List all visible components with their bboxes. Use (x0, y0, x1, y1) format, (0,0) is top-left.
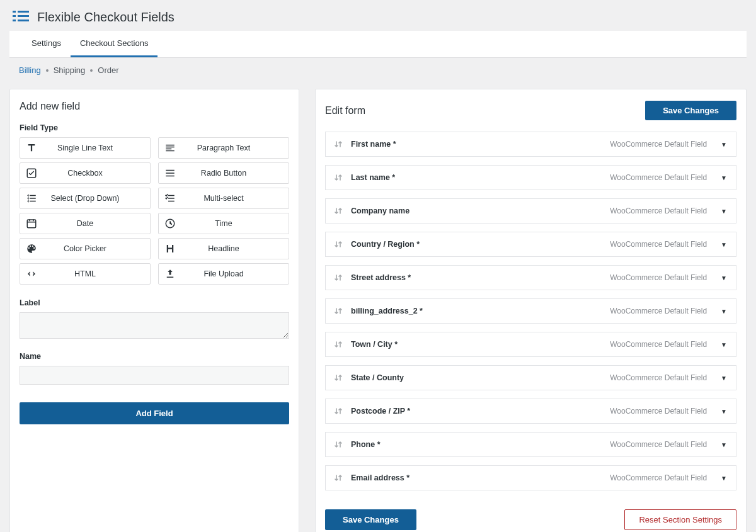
field-label: billing_address_2 * (351, 307, 610, 315)
field-row[interactable]: Street address *WooCommerce Default Fiel… (325, 265, 736, 290)
multiselect-icon (159, 193, 181, 204)
field-meta: WooCommerce Default Field (610, 340, 707, 349)
type-radio[interactable]: Radio Button (158, 162, 289, 184)
drag-handle-icon[interactable] (335, 307, 342, 315)
field-row[interactable]: Email address *WooCommerce Default Field… (325, 465, 736, 490)
type-label: Paragraph Text (181, 144, 289, 152)
field-row[interactable]: First name *WooCommerce Default Field▼ (325, 132, 736, 157)
chevron-down-icon[interactable]: ▼ (721, 375, 727, 382)
tab-settings[interactable]: Settings (22, 31, 71, 57)
type-checkbox[interactable]: Checkbox (20, 162, 151, 184)
chevron-down-icon[interactable]: ▼ (721, 208, 727, 215)
label-field-label: Label (20, 298, 289, 307)
field-label: Town / City * (351, 340, 610, 349)
subnav-separator (90, 69, 93, 72)
field-label: Email address * (351, 473, 610, 482)
checkbox-icon (20, 167, 43, 179)
field-type-label: Field Type (20, 123, 289, 132)
field-label: Phone * (351, 440, 610, 449)
reset-section-button[interactable]: Reset Section Settings (624, 509, 736, 530)
drag-handle-icon[interactable] (335, 207, 342, 215)
chevron-down-icon[interactable]: ▼ (721, 141, 727, 148)
drag-handle-icon[interactable] (335, 440, 342, 449)
drag-handle-icon[interactable] (335, 473, 342, 482)
add-field-title: Add new field (20, 101, 80, 112)
type-label: Radio Button (181, 169, 289, 178)
field-row[interactable]: Town / City *WooCommerce Default Field▼ (325, 332, 736, 357)
type-label: Headline (181, 244, 289, 253)
chevron-down-icon[interactable]: ▼ (721, 441, 727, 448)
type-multiselect[interactable]: Multi-select (158, 188, 289, 209)
name-field-label: Name (20, 352, 289, 361)
footer-actions: Save Changes Reset Section Settings (325, 509, 736, 530)
radio-icon (159, 167, 181, 179)
field-meta: WooCommerce Default Field (610, 373, 707, 382)
field-label: Country / Region * (351, 240, 610, 249)
save-button-top[interactable]: Save Changes (645, 101, 736, 120)
field-row[interactable]: State / CountyWooCommerce Default Field▼ (325, 365, 736, 390)
main-content: Add new field Field Type Single Line Tex… (0, 82, 756, 532)
drag-handle-icon[interactable] (335, 407, 342, 416)
type-paragraph[interactable]: Paragraph Text (158, 137, 289, 159)
chevron-down-icon[interactable]: ▼ (721, 241, 727, 248)
chevron-down-icon[interactable]: ▼ (721, 475, 727, 482)
date-icon (20, 218, 43, 229)
page-header: Flexible Checkout Fields (0, 0, 756, 31)
chevron-down-icon[interactable]: ▼ (721, 308, 727, 315)
type-headline[interactable]: Headline (158, 238, 289, 259)
type-time[interactable]: Time (158, 213, 289, 234)
name-input[interactable] (20, 366, 289, 385)
field-meta: WooCommerce Default Field (610, 273, 707, 282)
chevron-down-icon[interactable]: ▼ (721, 408, 727, 415)
add-field-button[interactable]: Add Field (20, 402, 289, 424)
field-label: First name * (351, 140, 610, 149)
svg-rect-1 (18, 11, 29, 13)
field-row[interactable]: Postcode / ZIP *WooCommerce Default Fiel… (325, 399, 736, 424)
type-label: Multi-select (181, 194, 289, 203)
chevron-down-icon[interactable]: ▼ (721, 274, 727, 281)
field-row[interactable]: Phone *WooCommerce Default Field▼ (325, 432, 736, 457)
subnav-order[interactable]: Order (98, 65, 118, 75)
field-row[interactable]: billing_address_2 *WooCommerce Default F… (325, 298, 736, 324)
type-html[interactable]: HTML (20, 263, 151, 285)
type-label: Color Picker (43, 244, 150, 253)
field-label: Last name * (351, 173, 610, 182)
tab-bar: Settings Checkout Sections (9, 31, 747, 58)
drag-handle-icon[interactable] (335, 140, 342, 149)
type-date[interactable]: Date (20, 213, 151, 234)
type-label: Checkbox (43, 169, 150, 178)
subnav-billing[interactable]: Billing (19, 65, 41, 75)
drag-handle-icon[interactable] (335, 340, 342, 349)
select-icon (20, 193, 43, 204)
field-row[interactable]: Company nameWooCommerce Default Field▼ (325, 198, 736, 224)
type-text[interactable]: Single Line Text (20, 137, 151, 159)
svg-rect-0 (13, 11, 16, 13)
drag-handle-icon[interactable] (335, 373, 342, 382)
tab-checkout-sections[interactable]: Checkout Sections (71, 31, 158, 57)
field-label: Company name (351, 207, 610, 215)
page-title: Flexible Checkout Fields (37, 10, 175, 25)
html-icon (20, 268, 43, 280)
upload-icon (159, 268, 181, 280)
field-meta: WooCommerce Default Field (610, 173, 707, 182)
field-meta: WooCommerce Default Field (610, 307, 707, 315)
page-root: Flexible Checkout Fields Settings Checko… (0, 0, 756, 532)
svg-rect-2 (13, 15, 16, 17)
type-select[interactable]: Select (Drop Down) (20, 188, 151, 209)
type-upload[interactable]: File Upload (158, 263, 289, 285)
chevron-down-icon[interactable]: ▼ (721, 174, 727, 181)
drag-handle-icon[interactable] (335, 173, 342, 182)
field-row[interactable]: Last name *WooCommerce Default Field▼ (325, 165, 736, 190)
field-meta: WooCommerce Default Field (610, 407, 707, 416)
drag-handle-icon[interactable] (335, 240, 342, 249)
field-meta: WooCommerce Default Field (610, 207, 707, 215)
type-color[interactable]: Color Picker (20, 238, 151, 259)
save-button-bottom[interactable]: Save Changes (325, 509, 416, 530)
chevron-down-icon[interactable]: ▼ (721, 341, 727, 348)
label-input[interactable] (20, 312, 289, 339)
svg-rect-3 (18, 15, 29, 17)
type-label: HTML (43, 269, 150, 278)
field-row[interactable]: Country / Region *WooCommerce Default Fi… (325, 232, 736, 257)
drag-handle-icon[interactable] (335, 273, 342, 282)
subnav-shipping[interactable]: Shipping (54, 65, 86, 75)
